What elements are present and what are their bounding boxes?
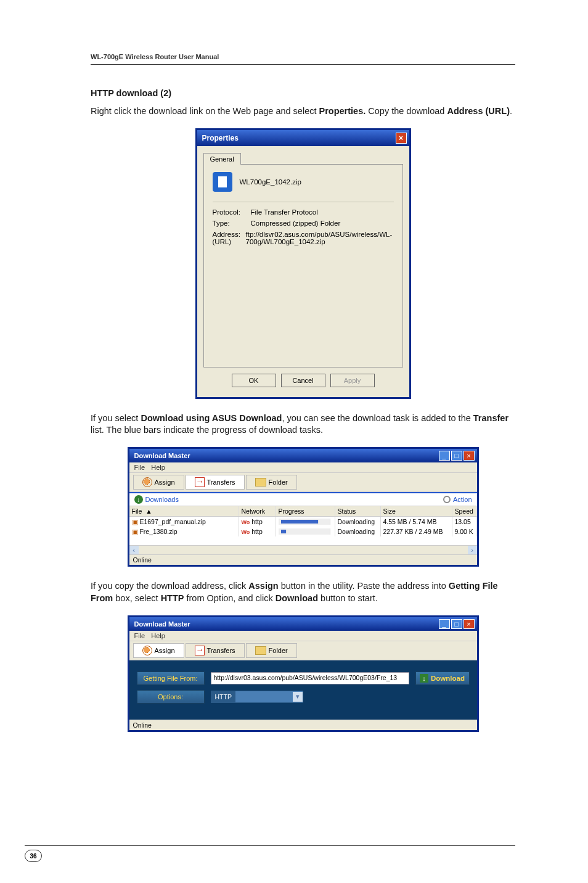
col-progress[interactable]: Progress [276,506,335,516]
menubar: File Help [129,462,477,473]
col-size[interactable]: Size [381,506,452,516]
section-heading: HTTP download (2) [91,88,515,98]
close-icon[interactable]: × [463,451,475,461]
list-row[interactable]: ▣ E1697_pdf_manual.zip Wo http Downloadi… [129,517,477,527]
label-options: Options: [137,690,205,704]
tab-transfers[interactable]: Transfers [186,643,245,658]
titlebar-text: Properties [200,134,396,142]
col-speed[interactable]: Speed [452,506,477,516]
cell-speed: 9.00 K [452,527,477,536]
maximize-icon[interactable]: □ [451,619,462,629]
titlebar[interactable]: Download Master _ □ × [129,449,477,462]
titlebar[interactable]: Properties × [197,130,409,146]
horizontal-scrollbar[interactable]: ‹ › [129,545,477,554]
statusbar: Online [129,720,477,730]
minimize-icon[interactable]: _ [439,619,450,629]
tab-assign[interactable]: Assign [133,475,184,490]
text: If you copy the download address, click [91,581,248,591]
subbar-action[interactable]: Action [453,496,472,503]
menu-file[interactable]: File [134,632,145,639]
text: list. The blue bars indicate the progres… [91,425,323,435]
tab-assign[interactable]: Assign [133,643,184,658]
ok-button[interactable]: OK [232,374,276,387]
minimize-icon[interactable]: _ [439,451,450,461]
text-bold: Properties. [319,106,366,116]
cancel-button[interactable]: Cancel [281,374,325,387]
cell-network: Wo http [239,527,276,536]
cell-size: 4.55 MB / 5.74 MB [381,517,452,527]
download-master-window-2: Download Master _ □ × File Help Assign T… [128,615,479,732]
tab-transfers[interactable]: Transfers [186,475,245,490]
chevron-down-icon[interactable]: ▾ [293,692,303,702]
tab-folder[interactable]: Folder [246,643,297,658]
menu-file[interactable]: File [134,464,145,471]
col-file[interactable]: File ▲ [129,506,239,516]
cell-status: Downloading [335,517,381,527]
list-header: File ▲ Network Progress Status Size Spee… [129,506,477,517]
options-select[interactable]: HTTP ▾ [211,691,303,703]
text-bold: HTTP [161,593,184,603]
titlebar-text: Download Master [132,620,439,628]
label-protocol: Protocol: [213,208,251,216]
titlebar[interactable]: Download Master _ □ × [129,617,477,631]
statusbar: Online [129,554,477,565]
download-arrow-icon: ↓ [420,674,428,683]
download-arrow-icon: ↓ [134,495,143,504]
page-number: 36 [25,850,42,862]
text: Copy the download [365,106,447,116]
text: . [510,106,512,116]
text-bold: Download using ASUS Download [141,413,282,423]
assign-panel: Getting File From: http://dlsvr03.asus.c… [129,660,477,720]
subbar: ↓Downloads Action [129,492,477,506]
download-master-window-1: Download Master _ □ × File Help Assign T… [128,447,479,567]
toolbar: Assign Transfers Folder [129,473,477,492]
magnifier-icon [142,477,152,487]
menu-help[interactable]: Help [151,464,165,471]
intro-paragraph: Right click the download link on the Web… [91,105,515,117]
folder-icon [255,646,266,655]
cell-size: 227.37 KB / 2.49 MB [381,527,452,536]
text-bold: Assign [248,581,278,591]
text: from Option, and click [184,593,275,603]
paragraph-2: If you select Download using ASUS Downlo… [91,413,515,436]
zip-file-icon [213,172,232,192]
cell-file: ▣ E1697_pdf_manual.zip [129,517,239,527]
value-address: ftp://dlsvr02.asus.com/pub/ASUS/wireless… [246,231,394,245]
tab-panel: WL700gE_1042.zip Protocol: File Transfer… [203,164,403,368]
menubar: File Help [129,631,477,641]
value-type: Compressed (zipped) Folder [251,220,341,227]
cell-progress [276,527,335,536]
titlebar-text: Download Master [132,452,439,459]
close-icon[interactable]: × [396,133,407,144]
apply-button: Apply [330,374,375,387]
col-network[interactable]: Network [239,506,276,516]
scroll-left-icon[interactable]: ‹ [129,546,139,554]
select-value: HTTP [211,691,235,702]
label-getting-file-from: Getting File From: [137,671,205,685]
text: If you select [91,413,141,423]
text-bold: Download [276,593,318,603]
download-button[interactable]: ↓Download [415,671,470,685]
maximize-icon[interactable]: □ [451,451,462,461]
properties-dialog: Properties × General WL700gE_1042.zip Pr… [195,128,411,399]
cell-speed: 13.05 [452,517,477,527]
text: Right click the download link on the Web… [91,106,319,116]
label-address: Address:(URL) [213,231,246,245]
cell-progress [276,517,335,527]
list-row[interactable]: ▣ Fre_1380.zip Wo http Downloading 227.3… [129,527,477,536]
paragraph-3: If you copy the download address, click … [91,580,515,604]
url-input[interactable]: http://dlsvr03.asus.com/pub/ASUS/wireles… [211,672,409,684]
close-icon[interactable]: × [463,619,475,629]
folder-icon [255,478,266,487]
tab-folder[interactable]: Folder [246,475,297,490]
subbar-downloads[interactable]: Downloads [145,496,179,503]
scroll-right-icon[interactable]: › [468,546,477,554]
text: button in the utility. Paste the address… [279,581,449,591]
tab-strip: General [203,151,403,164]
tab-general[interactable]: General [203,153,241,165]
col-status[interactable]: Status [335,506,381,516]
text: box, select [113,593,160,603]
cell-status: Downloading [335,527,381,536]
menu-help[interactable]: Help [151,632,165,639]
magnifier-icon [142,646,152,655]
